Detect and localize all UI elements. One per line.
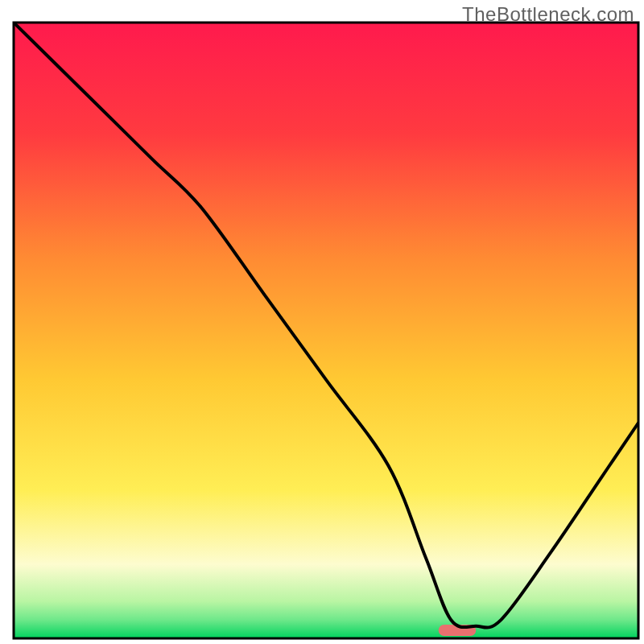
watermark-text: TheBottleneck.com [462, 3, 634, 26]
bottleneck-chart [0, 0, 644, 644]
chart-container: TheBottleneck.com [0, 0, 644, 644]
